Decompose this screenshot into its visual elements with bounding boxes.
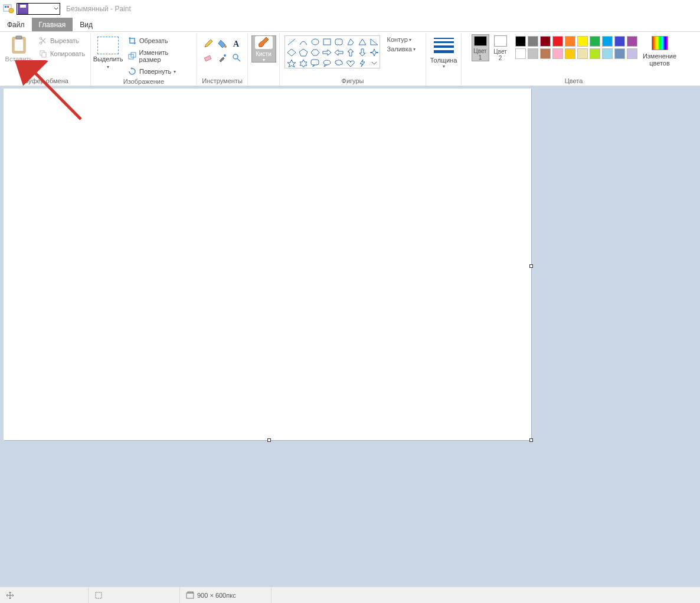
canvas-dimensions-text: 900 × 600пкс <box>197 592 236 599</box>
resize-button[interactable]: Изменить размер <box>125 48 193 64</box>
resize-handle-corner[interactable] <box>529 438 533 442</box>
palette-color-11[interactable] <box>528 48 538 59</box>
shape-right-triangle[interactable] <box>369 37 380 47</box>
select-button[interactable]: Выделить▾ <box>94 34 122 72</box>
shape-callout-cloud[interactable] <box>333 58 344 68</box>
copy-label: Копировать <box>50 50 85 57</box>
shape-line[interactable] <box>286 37 297 47</box>
qat-undo-redo-area[interactable] <box>29 4 53 14</box>
color1-swatch <box>474 36 487 46</box>
status-selection-size <box>89 587 180 603</box>
window-title: Безымянный - Paint <box>66 5 131 13</box>
shape-fill-button[interactable]: Заливка ▾ <box>387 45 421 53</box>
palette-color-4[interactable] <box>565 36 575 47</box>
group-tools-label: Инструменты <box>202 76 243 84</box>
palette-color-3[interactable] <box>552 36 563 47</box>
text-tool[interactable]: A <box>231 38 243 50</box>
quick-access-toolbar <box>17 3 60 15</box>
palette-color-7[interactable] <box>602 36 613 47</box>
thickness-button[interactable]: Толщина ▾ <box>428 34 459 69</box>
shape-rounded-rect[interactable] <box>333 37 344 47</box>
palette-color-15[interactable] <box>577 48 588 59</box>
resize-handle-right[interactable] <box>529 264 533 268</box>
shape-rectangle[interactable] <box>322 37 332 47</box>
palette-color-12[interactable] <box>540 48 551 59</box>
shape-oval[interactable] <box>310 37 320 47</box>
magnifier-tool[interactable] <box>231 52 243 64</box>
shape-polygon[interactable] <box>345 37 356 47</box>
eraser-tool[interactable] <box>202 52 214 64</box>
brushes-button[interactable]: Кисти ▾ <box>251 35 276 63</box>
status-spacer <box>272 587 700 603</box>
svg-point-18 <box>312 39 319 45</box>
color2-button[interactable]: Цвет 2 <box>492 34 509 61</box>
shapes-gallery[interactable] <box>284 35 380 68</box>
shape-arrow-left[interactable] <box>333 48 344 57</box>
svg-rect-2 <box>5 6 6 8</box>
shapes-more[interactable] <box>369 58 380 68</box>
shape-6pt-star[interactable] <box>298 58 309 68</box>
palette-color-9[interactable] <box>627 36 637 47</box>
shape-callout-rounded[interactable] <box>310 58 320 68</box>
group-tools: A Инструменты <box>197 33 248 86</box>
shape-arrow-up[interactable] <box>345 48 356 57</box>
tab-home[interactable]: Главная <box>32 18 73 31</box>
palette-color-2[interactable] <box>540 36 551 47</box>
cut-button[interactable]: Вырезать <box>36 35 87 46</box>
group-thickness-spacer <box>443 76 444 84</box>
group-brushes-spacer <box>263 76 264 84</box>
palette-color-1[interactable] <box>528 36 538 47</box>
shape-callout-oval[interactable] <box>322 58 332 68</box>
svg-point-13 <box>224 45 227 48</box>
palette-color-5[interactable] <box>577 36 588 47</box>
tab-view[interactable]: Вид <box>73 18 100 31</box>
color1-button[interactable]: Цвет 1 <box>472 34 489 61</box>
paste-button[interactable]: Вставить▾ <box>5 34 32 72</box>
svg-point-17 <box>233 54 238 59</box>
color1-label: Цвет 1 <box>472 48 489 61</box>
shape-diamond[interactable] <box>286 48 297 57</box>
shape-arrow-down[interactable] <box>357 48 368 57</box>
palette-color-18[interactable] <box>614 48 625 59</box>
color-picker-tool[interactable] <box>217 52 228 64</box>
shape-lightning[interactable] <box>357 58 368 68</box>
shape-triangle[interactable] <box>357 37 368 47</box>
drawing-canvas[interactable] <box>4 89 531 440</box>
shape-hexagon[interactable] <box>310 48 320 57</box>
rotate-button[interactable]: Повернуть ▾ <box>125 66 193 77</box>
palette-color-6[interactable] <box>590 36 600 47</box>
copy-button[interactable]: Копировать <box>36 48 87 59</box>
palette-color-0[interactable] <box>515 36 526 47</box>
palette-color-17[interactable] <box>602 48 613 59</box>
palette-color-19[interactable] <box>627 48 637 59</box>
palette-color-14[interactable] <box>565 48 575 59</box>
crop-button[interactable]: Обрезать <box>125 35 193 46</box>
pencil-tool[interactable] <box>202 38 214 50</box>
palette-color-13[interactable] <box>552 48 563 59</box>
shape-5pt-star[interactable] <box>286 58 297 68</box>
shape-curve[interactable] <box>298 37 309 47</box>
group-shapes-label: Фигуры <box>342 76 364 84</box>
fill-tool[interactable] <box>217 38 228 50</box>
status-canvas-size: 900 × 600пкс <box>180 587 272 603</box>
save-button[interactable] <box>18 4 28 14</box>
group-clipboard: Вставить▾ Вырезать Копировать Буфер обме… <box>2 33 91 86</box>
select-rect-icon <box>97 37 119 54</box>
palette-color-10[interactable] <box>515 48 526 59</box>
shape-4pt-star[interactable] <box>369 48 380 57</box>
work-area[interactable] <box>0 86 700 586</box>
shape-pentagon[interactable] <box>298 48 309 57</box>
shape-outline-button[interactable]: Контур ▾ <box>387 36 421 43</box>
edit-colors-button[interactable]: Изменение цветов <box>643 34 676 67</box>
tab-file[interactable]: Файл <box>0 18 32 31</box>
qat-customize-dropdown[interactable] <box>53 6 60 11</box>
shape-heart[interactable] <box>345 58 356 68</box>
color2-label: Цвет 2 <box>492 48 509 61</box>
resize-handle-bottom[interactable] <box>267 438 271 442</box>
chevron-down-icon: ▾ <box>409 37 411 42</box>
palette-color-8[interactable] <box>614 36 625 47</box>
group-colors: Цвет 1 Цвет 2 Изменение цветов Цвета <box>462 33 686 86</box>
palette-color-16[interactable] <box>590 48 600 59</box>
shape-arrow-right[interactable] <box>322 48 332 57</box>
cut-label: Вырезать <box>50 37 79 44</box>
